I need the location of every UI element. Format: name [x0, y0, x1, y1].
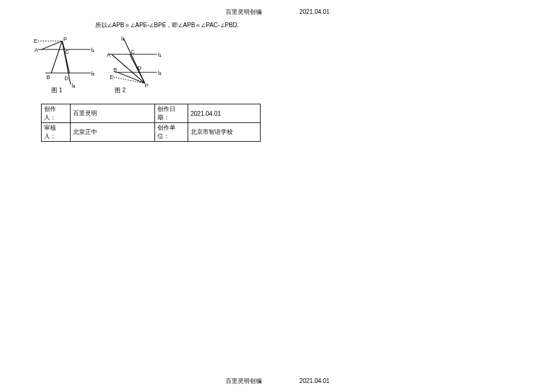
creation-date-value: 2021.04.01	[188, 104, 261, 123]
creator-value: 百里灵明	[71, 104, 155, 123]
fig2-label-D: D	[138, 65, 142, 71]
fig2-label-l1: l₁	[158, 52, 162, 58]
table-row: 创作人： 百里灵明 创作日期： 2021.04.01	[42, 104, 261, 123]
header-author: 百里灵明创编	[226, 8, 262, 16]
creation-date-label: 创作日期：	[155, 104, 188, 123]
header-date: 2021.04.01	[299, 8, 329, 15]
fig1-label-E: E	[34, 38, 37, 44]
figure-1-caption: 图 1	[51, 86, 62, 95]
figure-2-caption: 图 2	[115, 86, 125, 95]
fig2-label-C: C	[131, 49, 135, 55]
reviewer-value: 北堂正中	[71, 123, 155, 142]
figure-1-svg: E P A C B D l₁ l₂ l₃ l₃ A C l₁ B D l₂ E	[33, 35, 166, 89]
fig2-label-E: E	[110, 74, 113, 80]
fig1-label-D: D	[65, 75, 69, 81]
page-header: 百里灵明创编 2021.04.01	[0, 8, 555, 16]
svg-line-10	[113, 77, 145, 83]
fig1-label-A: A	[34, 47, 38, 53]
table-row: 审核人： 北堂正中 创作单位： 北京市智语学校	[42, 123, 261, 142]
fig1-label-l3: l₃	[72, 83, 75, 89]
fig1-label-l1: l₁	[91, 47, 95, 53]
fig1-label-C: C	[65, 49, 69, 55]
page-footer: 百里灵明创编 2021.04.01	[0, 377, 555, 385]
svg-line-3	[42, 41, 62, 49]
creator-label: 创作人：	[42, 104, 71, 123]
fig2-label-B: B	[113, 67, 117, 73]
creation-unit-label: 创作单位：	[155, 123, 188, 142]
fig2-label-l3: l₃	[121, 36, 125, 42]
reviewer-label: 审核人：	[42, 123, 71, 142]
fig1-label-l2: l₂	[91, 71, 95, 77]
creation-unit-value: 北京市智语学校	[188, 123, 261, 142]
fig2-label-A: A	[107, 52, 110, 58]
footer-date: 2021.04.01	[299, 378, 329, 384]
fig1-label-P: P	[63, 36, 67, 42]
fig2-label-l2: l₂	[158, 70, 162, 76]
fig2-label-P: P	[145, 83, 148, 89]
fig1-label-B: B	[46, 74, 50, 80]
proof-statement: 所以∠APB＝∠APE-∠BPE，即∠APB＝∠PAC-∠PBD.	[95, 21, 239, 30]
svg-line-5	[51, 41, 62, 73]
metadata-table: 创作人： 百里灵明 创作日期： 2021.04.01 审核人： 北堂正中 创作单…	[41, 104, 261, 142]
footer-author: 百里灵明创编	[226, 377, 262, 385]
